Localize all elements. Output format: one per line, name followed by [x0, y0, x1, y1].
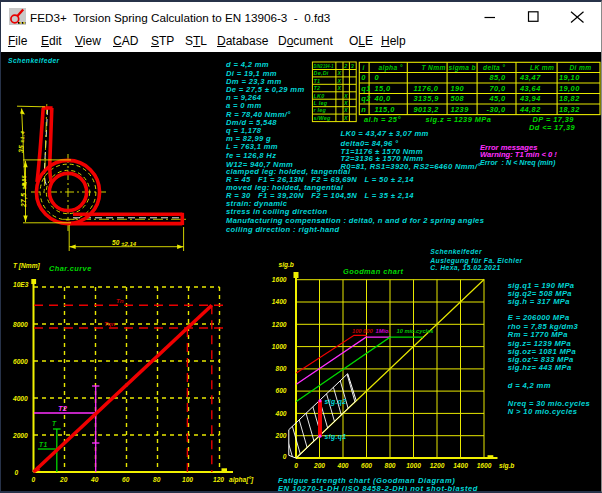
svg-text:600: 600	[361, 462, 372, 469]
svg-text:al.h = 25°: al.h = 25°	[364, 115, 401, 124]
svg-text:T1: T1	[39, 441, 47, 448]
svg-text:40,0: 40,0	[374, 94, 392, 103]
svg-text:60: 60	[122, 476, 130, 483]
svg-text:0: 0	[361, 73, 366, 82]
svg-text:1200: 1200	[272, 321, 287, 328]
svg-text:1Mio.: 1Mio.	[376, 328, 391, 334]
svg-text:18,82: 18,82	[559, 94, 580, 103]
svg-text:1176,0: 1176,0	[414, 84, 439, 93]
svg-text:Goodman chart: Goodman chart	[343, 267, 404, 276]
svg-text:sig.q2: sig.q2	[325, 398, 347, 406]
svg-text:40: 40	[90, 476, 99, 483]
svg-text:800: 800	[384, 462, 395, 469]
svg-text:400: 400	[336, 462, 348, 469]
svg-text:-30,0: -30,0	[487, 105, 507, 114]
svg-text:L leg: L leg	[314, 100, 328, 106]
svg-text:Dd <= 17,39: Dd <= 17,39	[529, 123, 575, 132]
svg-text:sig.hz= 443 MPa: sig.hz= 443 MPa	[508, 363, 572, 372]
svg-text:43,47: 43,47	[519, 73, 541, 82]
svg-text:q1: q1	[361, 84, 371, 93]
svg-text:35 ±1.4: 35 ±1.4	[17, 131, 26, 153]
svg-text:18,32: 18,32	[559, 105, 580, 114]
svg-text:Di mm: Di mm	[570, 64, 592, 71]
svg-text:3: 3	[351, 63, 354, 69]
svg-text:Manufacturing compensation : d: Manufacturing compensation : delta0, n a…	[226, 216, 484, 225]
svg-text:20: 20	[59, 476, 68, 483]
svg-text:T Nmm: T Nmm	[422, 64, 446, 71]
svg-text:T2: T2	[314, 85, 321, 91]
svg-text:2: 2	[343, 63, 347, 69]
svg-text:coiling direction : right-hand: coiling direction : right-hand	[226, 225, 339, 234]
svg-text:d = 4,2 mm: d = 4,2 mm	[508, 381, 551, 390]
svg-text:800: 800	[275, 365, 286, 372]
svg-text:27,5±2.85: 27,5±2.85	[20, 175, 28, 208]
svg-text:sig.q1: sig.q1	[325, 433, 347, 441]
svg-text:T: T	[52, 420, 57, 427]
svg-text:X: X	[343, 93, 348, 99]
svg-text:LK0: LK0	[314, 93, 325, 99]
svg-text:delta °: delta °	[483, 64, 505, 71]
svg-text:19,00: 19,00	[559, 84, 580, 93]
svg-text:120: 120	[213, 476, 224, 483]
svg-text:N > 10 mio.cycles: N > 10 mio.cycles	[508, 407, 577, 416]
svg-text:sig.b: sig.b	[279, 261, 294, 269]
svg-text:200: 200	[274, 432, 286, 439]
svg-text:r leg: r leg	[314, 107, 327, 113]
svg-text:De,Di: De,Di	[314, 70, 329, 76]
svg-text:T2: T2	[58, 404, 68, 413]
svg-text:sig.z = 1239 MPa: sig.z = 1239 MPa	[426, 115, 492, 124]
svg-text:strain: dynamic: strain: dynamic	[226, 199, 288, 208]
svg-text:T1: T1	[314, 78, 321, 84]
svg-text:10 mio.cycles: 10 mio.cycles	[397, 328, 434, 334]
svg-text:Error : N < Nreq (min): Error : N < Nreq (min)	[480, 158, 556, 167]
svg-text:n: n	[361, 105, 366, 114]
svg-text:DIN2194-1: DIN2194-1	[314, 63, 334, 69]
svg-text:43,94: 43,94	[519, 94, 541, 103]
svg-text:X: X	[337, 85, 342, 91]
svg-text:115,0: 115,0	[375, 105, 396, 114]
svg-text:8000: 8000	[13, 321, 28, 328]
svg-text:190: 190	[451, 84, 465, 93]
svg-text:Tqn: Tqn	[104, 320, 116, 327]
svg-text:6000: 6000	[13, 358, 28, 365]
svg-text:1239: 1239	[451, 105, 470, 114]
svg-text:q2: q2	[361, 94, 371, 103]
svg-text:0: 0	[283, 453, 287, 460]
svg-text:0: 0	[375, 73, 380, 82]
svg-text:100 000: 100 000	[352, 328, 373, 334]
svg-text:0: 0	[15, 469, 19, 476]
svg-text:200: 200	[313, 462, 325, 469]
svg-text:2000: 2000	[12, 432, 28, 439]
svg-text:R0=81, RS1=3920, RS2=6460 Nmm/: R0=81, RS1=3920, RS2=6460 Nmm/°	[341, 162, 482, 171]
svg-text:1000: 1000	[272, 343, 287, 350]
svg-text:600: 600	[275, 387, 286, 394]
svg-text:3135,9: 3135,9	[414, 94, 440, 103]
svg-text:45,0: 45,0	[489, 94, 507, 103]
svg-text:sigma b: sigma b	[449, 64, 476, 72]
svg-text:X: X	[337, 78, 342, 84]
svg-text:C. Hexa, 15.02.2021: C. Hexa, 15.02.2021	[430, 264, 500, 272]
svg-text:1600: 1600	[477, 462, 492, 469]
svg-text:Schenkelfeder: Schenkelfeder	[430, 248, 482, 255]
svg-text:X: X	[337, 70, 342, 76]
svg-text:sig.b: sig.b	[499, 462, 514, 470]
svg-text:LK mm: LK mm	[530, 64, 554, 71]
svg-text:sig.h = 317 MPa: sig.h = 317 MPa	[508, 297, 570, 306]
svg-text:508: 508	[451, 94, 465, 103]
svg-text:0: 0	[294, 462, 298, 469]
svg-text:X: X	[343, 115, 348, 121]
svg-text:400: 400	[274, 410, 286, 417]
svg-text:0: 0	[32, 476, 36, 483]
svg-text:LK0 = 43,47 ± 3,07 mm: LK0 = 43,47 ± 3,07 mm	[341, 129, 429, 138]
svg-text:44,82: 44,82	[519, 105, 541, 114]
svg-text:9013,2: 9013,2	[414, 105, 440, 114]
svg-text:85,0: 85,0	[490, 73, 507, 82]
svg-text:fe = 126,8 Hz: fe = 126,8 Hz	[226, 151, 276, 160]
svg-text:1400: 1400	[272, 298, 287, 305]
svg-text:1000: 1000	[406, 462, 421, 469]
svg-text:X: X	[343, 107, 348, 113]
svg-text:alpha °: alpha °	[379, 64, 403, 72]
svg-text:X: X	[343, 100, 348, 106]
svg-text:Tn: Tn	[116, 297, 124, 304]
svg-text:1400: 1400	[453, 462, 468, 469]
